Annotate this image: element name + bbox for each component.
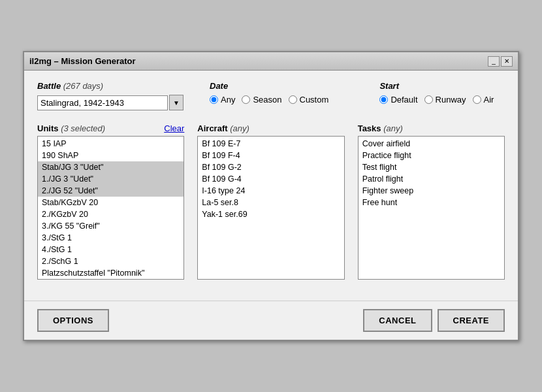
list-item[interactable]: 3./KG 55 "Greif" [38,220,183,232]
main-section: Units (3 selected) Clear 15 IAP 190 ShAP… [37,123,505,280]
list-item[interactable]: I-16 type 24 [198,185,343,197]
tasks-header: Tasks (any) [358,123,505,133]
units-header: Units (3 selected) Clear [37,123,184,133]
date-radio-season[interactable]: Season [242,95,281,105]
start-radio-runway[interactable]: Runway [424,95,466,105]
list-item[interactable]: Test flight [359,161,504,173]
tasks-listbox[interactable]: Cover airfield Practice flight Test flig… [358,136,505,280]
list-item[interactable]: 3./StG 1 [38,232,183,244]
list-item[interactable]: Practice flight [359,150,504,161]
list-item[interactable]: 2./KGzbV 20 [38,208,183,220]
list-item[interactable]: 2./SchG 1 [38,255,183,267]
list-item[interactable]: 15 IAP [38,138,183,150]
battle-group: Battle (267 days) Stalingrad, 1942-1943 … [37,81,183,110]
close-button[interactable]: ✕ [501,56,513,67]
list-item[interactable]: Bf 109 E-7 [198,138,343,150]
units-clear-link[interactable]: Clear [164,123,184,133]
list-item[interactable]: Stab I./KG 100 "Wiking" [38,279,183,280]
list-item[interactable]: Stab/KGzbV 20 [38,197,183,208]
list-item[interactable]: Bf 109 G-4 [198,173,343,185]
battle-sublabel: (267 days) [63,81,103,91]
battle-dropdown-arrow[interactable]: ▼ [169,95,183,110]
date-label: Date [210,81,353,91]
list-item[interactable]: Yak-1 ser.69 [198,208,343,220]
date-radio-custom[interactable]: Custom [289,95,329,105]
title-bar: il2mg – Mission Generator _ ✕ [24,52,518,71]
list-item[interactable]: 1./JG 3 "Udet" [38,173,183,185]
aircraft-header: Aircraft (any) [197,123,344,133]
list-item[interactable]: Free hunt [359,197,504,208]
battle-select[interactable]: Stalingrad, 1942-1943 Moscow, 1941-1942 … [37,95,168,110]
date-radio-group: Any Season Custom [210,95,353,105]
start-radio-group: Default Runway Air [379,95,505,105]
list-item[interactable]: 4./StG 1 [38,244,183,255]
right-buttons: CANCEL CREATE [363,309,505,332]
list-item[interactable]: Fighter sweep [359,185,504,197]
battle-select-wrapper: Stalingrad, 1942-1943 Moscow, 1941-1942 … [37,95,183,110]
bottom-bar: OPTIONS CANCEL CREATE [24,301,518,340]
aircraft-listbox[interactable]: Bf 109 E-7 Bf 109 F-4 Bf 109 G-2 Bf 109 … [197,136,344,280]
units-section: Units (3 selected) Clear 15 IAP 190 ShAP… [37,123,184,280]
battle-label: Battle (267 days) [37,81,183,91]
options-button[interactable]: OPTIONS [37,309,109,332]
window-content: Battle (267 days) Stalingrad, 1942-1943 … [24,71,518,301]
list-item[interactable]: Cover airfield [359,138,504,150]
list-item[interactable]: Bf 109 F-4 [198,150,343,161]
minimize-button[interactable]: _ [488,56,500,67]
units-listbox[interactable]: 15 IAP 190 ShAP Stab/JG 3 "Udet" 1./JG 3… [37,136,184,280]
date-group: Date Any Season Custom [210,81,353,105]
list-item[interactable]: La-5 ser.8 [198,197,343,208]
list-item[interactable]: Stab/JG 3 "Udet" [38,161,183,173]
create-button[interactable]: CREATE [438,309,505,332]
list-item[interactable]: Patrol flight [359,173,504,185]
list-item[interactable]: Bf 109 G-2 [198,161,343,173]
cancel-button[interactable]: CANCEL [363,309,432,332]
start-radio-air[interactable]: Air [473,95,494,105]
start-radio-default[interactable]: Default [379,95,417,105]
list-item[interactable]: Platzschutzstaffel "Pitomnik" [38,267,183,279]
list-item[interactable]: 2./JG 52 "Udet" [38,185,183,197]
window-title: il2mg – Mission Generator [29,56,136,66]
window-controls: _ ✕ [488,56,513,67]
list-item[interactable]: 190 ShAP [38,150,183,161]
units-title: Units (3 selected) [37,123,105,133]
start-label: Start [379,81,505,91]
top-section: Battle (267 days) Stalingrad, 1942-1943 … [37,81,505,110]
tasks-section: Tasks (any) Cover airfield Practice flig… [358,123,505,280]
main-window: il2mg – Mission Generator _ ✕ Battle (26… [23,51,519,341]
start-group: Start Default Runway Air [379,81,505,105]
date-radio-any[interactable]: Any [210,95,235,105]
tasks-title: Tasks (any) [358,123,403,133]
aircraft-section: Aircraft (any) Bf 109 E-7 Bf 109 F-4 Bf … [197,123,344,280]
aircraft-title: Aircraft (any) [197,123,249,133]
